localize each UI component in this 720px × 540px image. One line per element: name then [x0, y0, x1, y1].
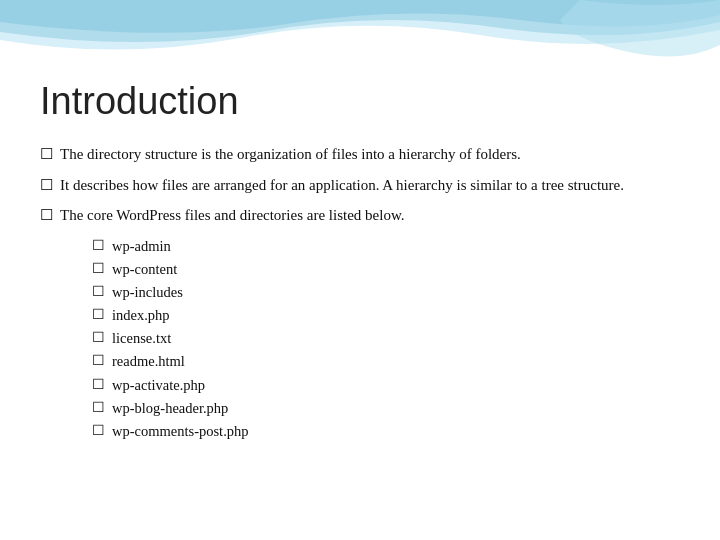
sub-marker-5: ☐: [92, 327, 112, 349]
sub-text-6: readme.html: [112, 350, 185, 373]
sub-item-8: ☐ wp-blog-header.php: [92, 397, 680, 420]
bullet-item-3: ☐ The core WordPress files and directori…: [40, 204, 680, 227]
sub-text-3: wp-includes: [112, 281, 183, 304]
sub-item-7: ☐ wp-activate.php: [92, 374, 680, 397]
sub-item-4: ☐ index.php: [92, 304, 680, 327]
sub-marker-3: ☐: [92, 281, 112, 303]
bullet-item-1: ☐ The directory structure is the organiz…: [40, 143, 680, 166]
bullet-marker-2: ☐: [40, 174, 58, 197]
sub-text-5: license.txt: [112, 327, 171, 350]
bullet-text-1: The directory structure is the organizat…: [60, 143, 680, 166]
bullet-text-2: It describes how files are arranged for …: [60, 174, 680, 197]
bullet-marker-3: ☐: [40, 204, 58, 227]
sub-item-3: ☐ wp-includes: [92, 281, 680, 304]
sub-marker-2: ☐: [92, 258, 112, 280]
sub-item-9: ☐ wp-comments-post.php: [92, 420, 680, 443]
sub-text-2: wp-content: [112, 258, 177, 281]
sub-item-2: ☐ wp-content: [92, 258, 680, 281]
sub-marker-8: ☐: [92, 397, 112, 419]
bullet-item-2: ☐ It describes how files are arranged fo…: [40, 174, 680, 197]
sub-text-8: wp-blog-header.php: [112, 397, 228, 420]
bullet-text-3: The core WordPress files and directories…: [60, 204, 680, 227]
sub-item-6: ☐ readme.html: [92, 350, 680, 373]
sub-text-7: wp-activate.php: [112, 374, 205, 397]
sub-marker-6: ☐: [92, 350, 112, 372]
sub-text-1: wp-admin: [112, 235, 171, 258]
sub-marker-9: ☐: [92, 420, 112, 442]
sub-marker-4: ☐: [92, 304, 112, 326]
sub-marker-7: ☐: [92, 374, 112, 396]
sub-list: ☐ wp-admin ☐ wp-content ☐ wp-includes ☐ …: [92, 235, 680, 444]
sub-item-5: ☐ license.txt: [92, 327, 680, 350]
bullet-marker-1: ☐: [40, 143, 58, 166]
sub-text-9: wp-comments-post.php: [112, 420, 249, 443]
page-title: Introduction: [40, 80, 680, 123]
sub-item-1: ☐ wp-admin: [92, 235, 680, 258]
main-content: Introduction ☐ The directory structure i…: [0, 0, 720, 463]
sub-text-4: index.php: [112, 304, 170, 327]
sub-marker-1: ☐: [92, 235, 112, 257]
